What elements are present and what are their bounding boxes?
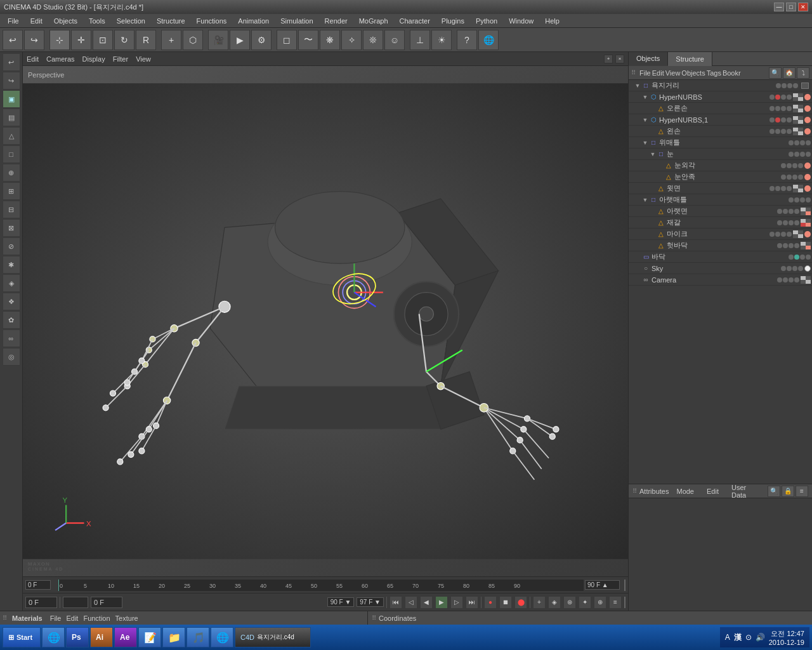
taskbar-ae[interactable]: Ae: [114, 627, 137, 647]
left-tool-mode[interactable]: ▣: [3, 90, 20, 108]
scale-tool-button[interactable]: ⊡: [93, 30, 113, 50]
obj-home-btn[interactable]: 🏠: [783, 67, 796, 79]
obj-row-mic[interactable]: △ 마이크: [629, 229, 812, 240]
left-tool-11[interactable]: ✱: [3, 256, 20, 274]
taskbar-media[interactable]: 🎵: [187, 627, 209, 647]
obj-row-camera[interactable]: ∞ Camera: [629, 274, 812, 286]
left-tool-2[interactable]: ↪: [3, 72, 20, 90]
obj-toggle-hn1[interactable]: ▼: [641, 93, 649, 101]
left-tool-16[interactable]: ◎: [3, 348, 20, 366]
obj-row-topface[interactable]: △ 윗면: [629, 183, 812, 194]
mat-menu-function[interactable]: Function: [83, 614, 110, 622]
obj-row-root[interactable]: ▼ □ 욕지거리: [629, 80, 812, 91]
menu-animation[interactable]: Animation: [233, 16, 274, 26]
obj-row-bridle[interactable]: △ 재갈: [629, 217, 812, 229]
obj-toggle-eye[interactable]: ▼: [649, 150, 657, 158]
polygon-button[interactable]: ⬡: [183, 30, 203, 50]
mograph-button[interactable]: ❊: [363, 30, 383, 50]
obj-toggle-floor[interactable]: [634, 253, 641, 261]
obj-row-eyeouter[interactable]: △ 눈외각: [629, 160, 812, 171]
viewport-menu-view[interactable]: View: [136, 55, 151, 63]
viewport-menu-display[interactable]: Display: [82, 55, 105, 63]
obj-toggle-tf[interactable]: [649, 185, 657, 192]
obj-toggle-lb[interactable]: ▼: [641, 196, 649, 204]
taskbar-ps[interactable]: Ps: [66, 627, 89, 647]
obj-menu-view[interactable]: View: [665, 69, 681, 77]
current-time-field[interactable]: [25, 597, 57, 608]
obj-menu-tags[interactable]: Tags: [707, 69, 721, 77]
keyframe-btn3[interactable]: ⊛: [563, 596, 576, 609]
obj-menu-bookr[interactable]: Bookr: [723, 69, 741, 77]
attr-tab-mode[interactable]: Mode: [671, 486, 699, 496]
obj-toggle-mic[interactable]: [649, 230, 657, 238]
obj-toggle-body[interactable]: ▼: [641, 139, 649, 147]
reset-button[interactable]: R: [136, 30, 156, 50]
obj-row-eyeinner[interactable]: △ 눈안족: [629, 171, 812, 183]
mat-menu-edit[interactable]: Edit: [66, 614, 78, 622]
panel-resize-handle[interactable]: [624, 580, 625, 591]
close-button[interactable]: ✕: [798, 3, 808, 11]
left-tool-5[interactable]: □: [3, 145, 20, 163]
obj-menu-objects[interactable]: Objects: [681, 69, 705, 77]
select-tool-button[interactable]: ⊹: [49, 30, 70, 50]
mat-menu-texture[interactable]: Texture: [115, 614, 138, 622]
obj-row-tongue[interactable]: △ 헛바닥: [629, 240, 812, 251]
taskbar-browser[interactable]: 🌐: [211, 627, 233, 647]
obj-row-bottomface[interactable]: △ 아랫면: [629, 206, 812, 217]
floor-button[interactable]: ⊥: [410, 30, 430, 50]
viewport-menu-cameras[interactable]: Cameras: [46, 55, 75, 63]
record-mode-button[interactable]: ⬤: [514, 596, 527, 609]
obj-toggle-hn2[interactable]: ▼: [641, 116, 649, 124]
render-region-button[interactable]: 🎥: [208, 30, 228, 50]
jump-to-start-button[interactable]: ⏮: [390, 596, 402, 609]
obj-row-hypernurbs1[interactable]: ▼ ⬡ HyperNURBS: [629, 91, 812, 103]
end-frame-field[interactable]: 90 F ▲: [585, 580, 620, 590]
obj-row-lefthand[interactable]: △ 왼손: [629, 126, 812, 137]
render-button[interactable]: ▶: [230, 30, 250, 50]
step-back-button[interactable]: ◁: [405, 596, 417, 609]
viewport-maximize[interactable]: +: [604, 55, 613, 63]
menu-file[interactable]: File: [3, 16, 24, 26]
menu-help[interactable]: Help: [540, 16, 565, 26]
character-button[interactable]: ☺: [384, 30, 405, 50]
keyframe-btn2[interactable]: ◈: [548, 596, 561, 609]
time-field-2[interactable]: [63, 597, 88, 608]
obj-row-body[interactable]: ▼ □ 위매틀: [629, 137, 812, 149]
minimize-button[interactable]: —: [774, 3, 784, 11]
redo-button[interactable]: ↪: [24, 30, 44, 50]
menu-character[interactable]: Character: [395, 16, 435, 26]
obj-toggle-eo[interactable]: [657, 162, 664, 169]
attr-lock-btn[interactable]: 🔒: [782, 486, 794, 497]
time-field-3[interactable]: [91, 597, 122, 608]
obj-scroll-btn[interactable]: ⤵: [797, 67, 809, 79]
obj-toggle-ei[interactable]: [657, 173, 664, 181]
menu-simulation[interactable]: Simulation: [275, 16, 318, 26]
rotate-tool-button[interactable]: ↻: [114, 30, 134, 50]
timeline-more[interactable]: ≡: [609, 596, 622, 609]
render-settings-button[interactable]: ⚙: [251, 30, 272, 50]
taskbar-ai[interactable]: Ai: [90, 627, 113, 647]
stop-button[interactable]: ⏹: [499, 596, 512, 609]
menu-functions[interactable]: Functions: [192, 16, 232, 26]
tray-icon-3[interactable]: ⊙: [745, 633, 752, 642]
keyframe-btn5[interactable]: ⊕: [594, 596, 606, 609]
obj-toggle-tg[interactable]: [649, 242, 657, 249]
menu-window[interactable]: Window: [504, 16, 539, 26]
left-tool-8[interactable]: ⊟: [3, 201, 20, 218]
keyframe-btn1[interactable]: +: [533, 596, 546, 609]
menu-selection[interactable]: Selection: [112, 16, 150, 26]
objects-list[interactable]: ▼ □ 욕지거리 ▼ ⬡ HyperNURBS: [629, 80, 812, 484]
left-tool-4[interactable]: △: [3, 127, 20, 145]
tab-objects[interactable]: Objects: [629, 52, 668, 66]
left-tool-15[interactable]: ∞: [3, 329, 20, 347]
menu-python[interactable]: Python: [471, 16, 502, 26]
obj-toggle-root[interactable]: ▼: [634, 82, 641, 90]
start-frame-field[interactable]: 0 F: [25, 580, 51, 590]
light-button[interactable]: ☀: [431, 30, 452, 50]
taskbar-notepad[interactable]: 📝: [138, 627, 161, 647]
move-tool-button[interactable]: ✛: [71, 30, 91, 50]
obj-row-righthand[interactable]: △ 오른손: [629, 103, 812, 114]
menu-plugins[interactable]: Plugins: [436, 16, 469, 26]
undo-button[interactable]: ↩: [3, 30, 23, 50]
timeline-track[interactable]: 0 5 10 15 20 25 30 35 40 45 50 55 60 65 …: [58, 580, 584, 591]
